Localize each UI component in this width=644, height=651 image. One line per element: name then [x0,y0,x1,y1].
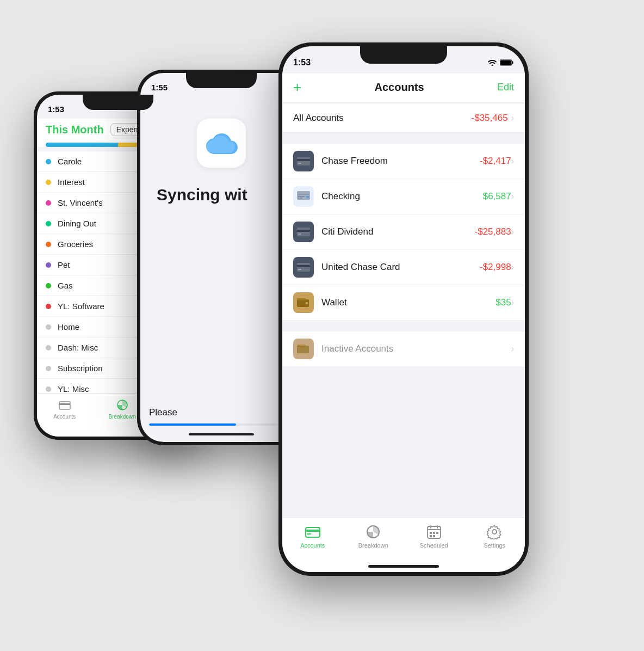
tab-breakdown[interactable]: Breakdown [109,398,136,420]
accounts-icon [58,398,72,412]
wallet-icon-svg [297,297,310,308]
svg-rect-27 [297,346,309,353]
svg-rect-8 [512,62,513,64]
category-label: St. Vincent's [58,198,103,207]
inactive-accounts-row[interactable]: Inactive Accounts › [282,331,525,366]
account-chevron: › [511,262,514,272]
phone-right-screen: 1:53 + Accounts [282,46,525,572]
home-indicator [368,565,439,568]
svg-rect-22 [297,265,310,267]
inactive-chevron: › [511,344,514,354]
please-text: Please [149,407,294,418]
category-label: Gas [58,281,73,290]
sync-progress-bar [149,423,294,426]
account-row-chase-freedom[interactable]: Chase Freedom -$2,417 › [282,144,525,179]
all-accounts-row[interactable]: All Accounts -$35,465 › [282,104,525,133]
breakdown-tab-icon [365,524,381,540]
category-dot [46,304,51,309]
breakdown-tab-label: Breakdown [358,542,388,549]
credit-card-icon [297,228,310,236]
category-label: Groceries [58,239,93,249]
category-dot [46,262,51,268]
all-accounts-amount: -$35,465 [472,113,508,124]
svg-rect-34 [428,529,441,530]
category-dot-gray [46,324,51,330]
svg-rect-13 [297,191,310,200]
svg-rect-35 [430,525,431,529]
tab-accounts[interactable]: Accounts [53,398,76,420]
credit-card-icon [297,263,310,272]
color-bar-blue [46,143,118,147]
category-label: YL: Misc [58,384,89,394]
checking-icon [293,186,314,207]
category-label: YL: Software [58,302,104,311]
account-name: Citi Dividend [321,226,475,237]
account-amount: -$25,883 [475,226,511,237]
account-chevron: › [511,227,514,237]
phone-left-notch [83,95,153,110]
category-label: Subscription [58,364,103,373]
add-account-button[interactable]: + [293,79,301,96]
chase-freedom-icon [293,151,314,171]
svg-rect-1 [59,403,70,405]
category-label: Home [58,322,79,331]
account-row-citi[interactable]: Citi Dividend -$25,883 › [282,214,525,250]
wifi-icon [487,59,497,66]
svg-rect-25 [297,298,306,300]
category-dot-gray [46,386,51,392]
phone-left-title: This Month [46,124,104,136]
svg-rect-0 [59,402,70,409]
svg-rect-38 [433,532,435,534]
check-icon [297,191,310,202]
accounts-tab-label: Accounts [300,542,325,549]
scheduled-tab-label: Scheduled [420,542,448,549]
account-amount: -$2,417 [480,156,511,167]
account-row-united-chase[interactable]: United Chase Card -$2,998 › [282,250,525,285]
account-amount: -$2,998 [480,262,511,273]
credit-card-icon [297,157,310,165]
category-label: Interest [58,177,85,187]
svg-rect-31 [307,533,311,535]
inactive-icon [293,339,314,359]
scene: 1:53 ●●●● This Month Expense Inc [23,26,621,625]
category-dot [46,283,51,288]
united-chase-icon [293,257,314,278]
svg-rect-17 [306,196,309,198]
settings-tab-icon [486,524,503,540]
scheduled-tab-icon [426,524,442,540]
tab-breakdown[interactable]: Breakdown [343,524,404,549]
svg-rect-28 [297,345,306,347]
phone-mid-time: 1:55 [151,83,168,92]
category-label: Dining Out [58,219,96,228]
account-chevron: › [511,156,514,166]
svg-rect-23 [298,269,301,270]
scheduled-icon [426,524,442,539]
accounts-navbar: + Accounts Edit [282,73,525,103]
account-chevron: › [511,298,514,308]
edit-button[interactable]: Edit [497,82,514,93]
breakdown-icon [365,524,381,540]
account-amount: $6,587 [483,191,511,202]
tab-scheduled[interactable]: Scheduled [404,524,465,549]
account-amount: $35 [496,297,511,308]
settings-tab-label: Settings [484,542,505,549]
account-name: Chase Freedom [321,156,480,167]
account-row-wallet[interactable]: Wallet $35 › [282,285,525,321]
accounts-title: Accounts [375,81,424,94]
phone-right-tabbar: Accounts Breakdown [282,518,525,572]
svg-rect-40 [430,535,432,537]
tab-settings[interactable]: Settings [465,524,525,549]
inactive-accounts-label: Inactive Accounts [321,343,511,354]
category-dot [46,180,51,185]
sync-progress-fill [149,423,236,426]
category-dot-gray [46,366,51,371]
sync-heading: Syncing wit [157,185,286,205]
account-row-checking[interactable]: Checking $6,587 › [282,179,525,214]
inactive-accounts-section: Inactive Accounts › [282,331,525,366]
cloud-icon [205,131,238,155]
svg-rect-19 [297,230,310,232]
svg-rect-30 [306,530,320,532]
phone-right-time: 1:53 [293,58,311,67]
citi-icon [293,222,314,242]
tab-accounts[interactable]: Accounts [282,524,343,549]
